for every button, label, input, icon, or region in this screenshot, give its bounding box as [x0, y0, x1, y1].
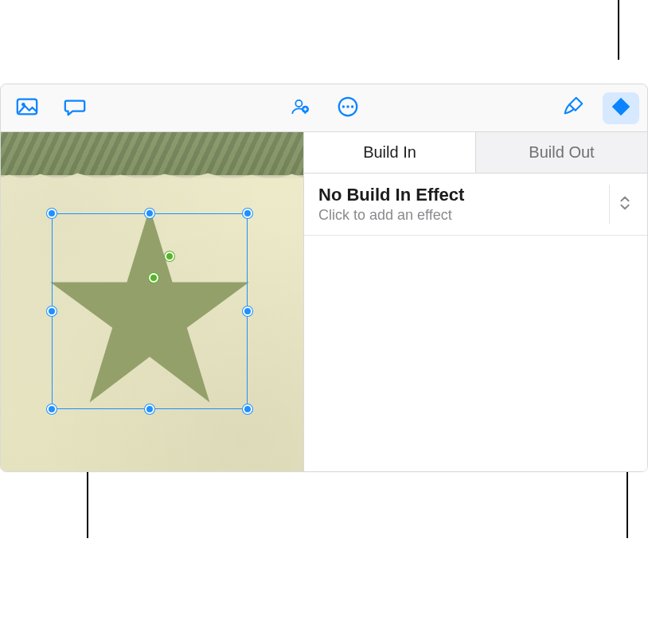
format-brush-icon — [561, 95, 585, 122]
effect-picker-row[interactable]: No Build In Effect Click to add an effec… — [304, 174, 647, 236]
resize-handle-ml[interactable] — [47, 306, 57, 316]
resize-handle-bl[interactable] — [47, 404, 57, 414]
collaborate-icon — [290, 96, 310, 120]
svg-point-2 — [295, 100, 302, 106]
comment-button[interactable] — [57, 92, 93, 124]
resize-handle-mr[interactable] — [243, 306, 252, 316]
app-window: Build In Build Out No Build In Effect Cl… — [0, 84, 648, 472]
effect-title: No Build In Effect — [318, 185, 609, 205]
selection-box — [52, 213, 248, 409]
callout-line-top — [618, 0, 619, 60]
more-button[interactable] — [330, 92, 366, 124]
effect-dropdown-chevron[interactable] — [609, 185, 633, 224]
inspector-empty-area — [304, 236, 647, 471]
chevron-up-down-icon — [616, 194, 634, 215]
effect-subtitle: Click to add an effect — [318, 207, 609, 224]
resize-handle-tr[interactable] — [243, 209, 252, 218]
media-button[interactable] — [9, 92, 45, 124]
slide-canvas[interactable] — [1, 132, 304, 471]
shape-edit-handle-2[interactable] — [149, 273, 158, 283]
more-icon — [336, 95, 360, 122]
animate-button[interactable] — [603, 92, 639, 124]
tab-build-out[interactable]: Build Out — [476, 132, 647, 173]
media-icon — [15, 95, 39, 122]
resize-handle-tl[interactable] — [47, 209, 57, 218]
body: Build In Build Out No Build In Effect Cl… — [1, 132, 647, 471]
resize-handle-bm[interactable] — [145, 404, 154, 414]
svg-point-6 — [346, 105, 349, 107]
svg-point-7 — [351, 105, 353, 107]
animate-icon — [609, 95, 633, 122]
comment-icon — [63, 95, 87, 122]
format-button[interactable] — [555, 92, 591, 124]
selected-object[interactable] — [52, 213, 248, 409]
build-tabs: Build In Build Out — [304, 132, 647, 174]
resize-handle-tm[interactable] — [145, 209, 154, 218]
svg-point-5 — [342, 105, 345, 107]
canvas-texture-top — [1, 132, 304, 175]
collaborate-button[interactable] — [282, 92, 318, 124]
toolbar — [1, 84, 647, 132]
animate-inspector: Build In Build Out No Build In Effect Cl… — [304, 132, 647, 471]
tab-build-in[interactable]: Build In — [304, 132, 476, 173]
resize-handle-br[interactable] — [243, 404, 252, 414]
shape-edit-handle-1[interactable] — [165, 252, 174, 261]
